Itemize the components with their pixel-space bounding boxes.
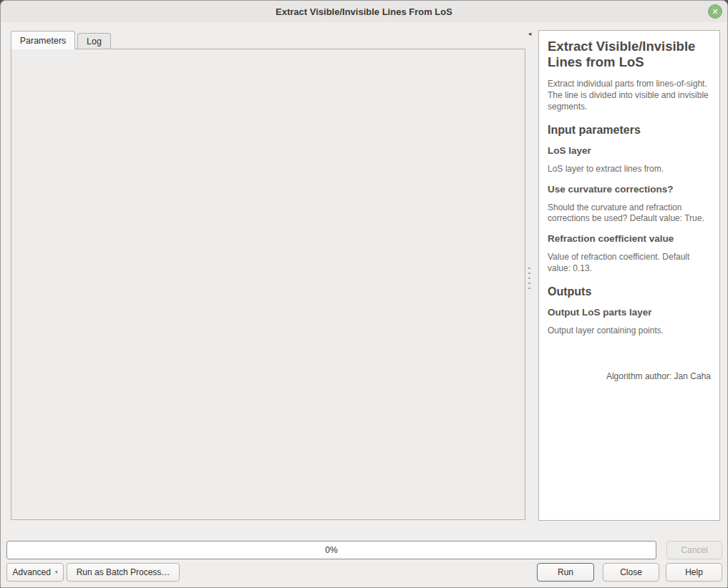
advanced-button-label: Advanced bbox=[13, 567, 51, 577]
parameters-panel bbox=[11, 49, 525, 520]
run-as-batch-button[interactable]: Run as Batch Process… bbox=[67, 563, 180, 582]
help-param-heading: Output LoS parts layer bbox=[548, 307, 711, 318]
cancel-button-label: Cancel bbox=[681, 545, 707, 555]
advanced-button[interactable]: Advanced ▾ bbox=[6, 563, 64, 582]
tab-log[interactable]: Log bbox=[77, 33, 111, 49]
help-param-heading: Use curvature corrections? bbox=[548, 184, 711, 195]
progress-bar: 0% bbox=[6, 541, 656, 559]
tab-log-label: Log bbox=[87, 36, 102, 46]
window-title: Extract Visible/Invisible Lines From LoS bbox=[276, 6, 452, 17]
cancel-button: Cancel bbox=[666, 541, 722, 559]
help-intro: Extract individual parts from lines-of-s… bbox=[548, 79, 711, 112]
progress-text: 0% bbox=[325, 545, 337, 555]
collapse-help-arrow[interactable]: ◂ bbox=[525, 29, 534, 38]
close-button[interactable]: Close bbox=[603, 563, 659, 582]
help-button-label: Help bbox=[685, 567, 703, 577]
help-param-text: Should the curvature and refraction corr… bbox=[548, 202, 711, 225]
help-title: Extract Visible/Invisible Lines from LoS bbox=[548, 39, 711, 70]
help-param-text: Value of refraction coefficient. Default… bbox=[548, 252, 711, 274]
close-button-label: Close bbox=[620, 567, 642, 577]
algorithm-author: Algorithm author: Jan Caha bbox=[548, 371, 711, 381]
splitter-handle[interactable] bbox=[528, 268, 530, 290]
window-close-button[interactable]: ✕ bbox=[708, 4, 722, 19]
run-button-label: Run bbox=[558, 567, 573, 577]
help-param-text: Output layer containing points. bbox=[548, 325, 711, 337]
tab-parameters-label: Parameters bbox=[20, 36, 67, 46]
chevron-down-icon: ▾ bbox=[55, 569, 58, 575]
help-param-text: LoS layer to extract lines from. bbox=[548, 164, 711, 175]
run-button[interactable]: Run bbox=[537, 563, 594, 582]
tab-parameters[interactable]: Parameters bbox=[11, 31, 75, 49]
dialog-window: Extract Visible/Invisible Lines From LoS… bbox=[0, 0, 728, 588]
help-section-heading: Outputs bbox=[548, 285, 711, 298]
help-param-heading: LoS layer bbox=[548, 145, 711, 156]
close-icon: ✕ bbox=[712, 7, 718, 16]
run-as-batch-label: Run as Batch Process… bbox=[77, 567, 170, 577]
help-button[interactable]: Help bbox=[666, 563, 722, 582]
help-section-heading: Input parameters bbox=[548, 124, 711, 137]
titlebar: Extract Visible/Invisible Lines From LoS… bbox=[1, 1, 727, 22]
help-param-heading: Refraction coefficient value bbox=[548, 233, 711, 244]
help-panel: Extract Visible/Invisible Lines from LoS… bbox=[538, 30, 720, 521]
